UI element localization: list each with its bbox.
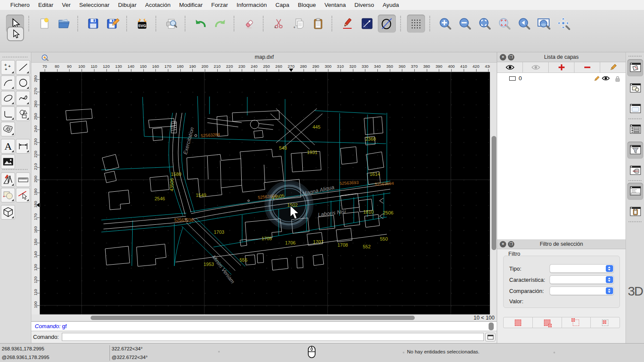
h-scroll-thumb[interactable] (91, 316, 415, 320)
menu-bloque[interactable]: Bloque (294, 0, 320, 10)
shape-tool-button[interactable] (16, 106, 30, 121)
grid-toggle-button[interactable] (407, 15, 425, 33)
copy-button[interactable]: + (289, 15, 307, 33)
snap-tool-button[interactable] (16, 188, 30, 202)
print-preview-button[interactable] (162, 15, 180, 33)
zoom-out-button[interactable] (456, 15, 474, 33)
menu-ventana[interactable]: Ventana (320, 0, 350, 10)
remove-layer-button[interactable] (574, 62, 600, 72)
draw-pencil-button[interactable] (338, 15, 356, 33)
panel-toggle-command-line[interactable] (627, 183, 643, 200)
panel-toggle-clipboard[interactable] (627, 203, 643, 220)
menu-capa[interactable]: Capa (271, 0, 294, 10)
line-tool-button-palette[interactable] (16, 60, 30, 75)
open-file-button[interactable] (55, 15, 73, 33)
drawing-canvas[interactable]: 4452360548193115802546154916141810250617… (40, 72, 490, 314)
menu-información[interactable]: Información (232, 0, 271, 10)
filter-comparison-select[interactable] (550, 287, 614, 295)
cut-button[interactable]: + (270, 15, 288, 33)
canvas-horizontal-scrollbar[interactable]: 10 < 100 (40, 314, 497, 321)
spline-tool-button[interactable] (16, 91, 30, 106)
command-history-scroll-thumb[interactable] (489, 323, 494, 330)
layer-lock-icon[interactable] (615, 75, 620, 82)
panel-toggle-selection-filter[interactable] (627, 142, 643, 159)
zoom-selection-button[interactable] (495, 15, 513, 33)
pointer-icon (11, 29, 20, 39)
panel-toggle-library-browser[interactable] (627, 100, 643, 118)
filter-remove-selection-button[interactable] (562, 317, 591, 328)
filter-add-selection-button[interactable] (533, 317, 562, 328)
layer-list-window-icon (629, 62, 641, 73)
panel-toggle-layer-list[interactable] (627, 59, 643, 76)
menu-acotación[interactable]: Acotación (141, 0, 175, 10)
menu-modificar[interactable]: Modificar (175, 0, 207, 10)
point-tool-button[interactable]: +++ (1, 60, 15, 75)
circle-tool-button[interactable] (16, 75, 30, 90)
panel-toggle-pen-palette[interactable] (627, 162, 643, 179)
menu-forzar[interactable]: Forzar (207, 0, 232, 10)
menu-seleccionar[interactable]: Seleccionar (75, 0, 114, 10)
ellipse-tool-button[interactable] (1, 91, 15, 106)
toolbar-separator (185, 16, 188, 31)
command-window-toggle-button[interactable] (485, 333, 495, 341)
zoom-auto-button[interactable] (476, 15, 494, 33)
h-ruler-tick: 120 (100, 64, 113, 69)
current-action-pointer-button[interactable] (7, 27, 24, 41)
3d-mode-button[interactable]: 3D (626, 284, 644, 299)
filter-characteristic-select[interactable] (550, 275, 614, 284)
circle-slash-tool-button[interactable] (378, 15, 396, 33)
menu-dibujar[interactable]: Dibujar (114, 0, 141, 10)
command-input[interactable] (62, 333, 484, 341)
save-button[interactable] (84, 15, 102, 33)
layer-pencil-icon[interactable] (593, 75, 600, 82)
command-history[interactable]: Comando: gf (31, 321, 497, 331)
hide-all-layers-button[interactable] (523, 62, 549, 72)
panel-toggle-block-list[interactable] (627, 80, 643, 97)
menu-ver[interactable]: Ver (58, 0, 75, 10)
paste-button[interactable] (309, 15, 327, 33)
menu-ayuda[interactable]: Ayuda (378, 0, 403, 10)
edgebar-separator (629, 180, 641, 181)
polyline-tool-button[interactable] (1, 106, 15, 121)
dimension-tool-button[interactable] (16, 139, 30, 154)
zoom-pan-button[interactable] (555, 15, 573, 33)
edit-layer-button[interactable] (600, 62, 626, 72)
show-all-layers-button[interactable] (497, 62, 523, 72)
svg-export-button[interactable]: SVG (133, 15, 151, 33)
filter-select-all-button[interactable] (504, 317, 533, 328)
minus-icon (584, 64, 591, 71)
menu-editar[interactable]: Editar (34, 0, 58, 10)
new-file-button[interactable] (35, 15, 53, 33)
panel-toggle-property-editor[interactable] (627, 121, 643, 138)
document-titlebar[interactable]: map.dxf (31, 52, 497, 63)
h-ruler-tick: 200 (198, 64, 211, 69)
hatch-tool-button[interactable] (1, 122, 15, 136)
zoom-previous-button[interactable] (515, 15, 533, 33)
layer-row[interactable]: 0 (497, 75, 626, 83)
undo-button[interactable] (191, 15, 210, 33)
erase-button[interactable] (240, 15, 258, 33)
v-scroll-thumb[interactable] (492, 136, 496, 250)
text-tool-button[interactable]: A (1, 139, 15, 154)
layer-visible-icon[interactable] (601, 75, 610, 81)
arc-tool-button[interactable] (1, 75, 15, 90)
modify-tool-button[interactable] (1, 188, 15, 202)
filter-type-select[interactable] (550, 264, 614, 273)
line-tool-button[interactable] (358, 15, 376, 33)
image-tool-button[interactable] (1, 154, 15, 169)
statusbar-divider (109, 345, 110, 361)
drafting-tools-button[interactable] (1, 172, 15, 187)
zoom-window-button[interactable] (535, 15, 553, 33)
menu-fichero[interactable]: Fichero (6, 0, 34, 10)
canvas-vertical-scrollbar[interactable] (490, 72, 497, 314)
zoom-in-button[interactable] (436, 15, 454, 33)
redo-button[interactable] (211, 15, 229, 33)
filter-intersect-selection-button[interactable] (591, 317, 620, 328)
layer-checkbox[interactable] (509, 76, 516, 81)
ruler-tool-button[interactable] (16, 172, 30, 187)
3d-box-tool-button[interactable] (1, 205, 15, 220)
add-layer-button[interactable] (549, 62, 574, 72)
svg-export-icon: SVG (136, 17, 148, 30)
menu-diverso[interactable]: Diverso (350, 0, 378, 10)
save-as-button[interactable] (104, 15, 122, 33)
